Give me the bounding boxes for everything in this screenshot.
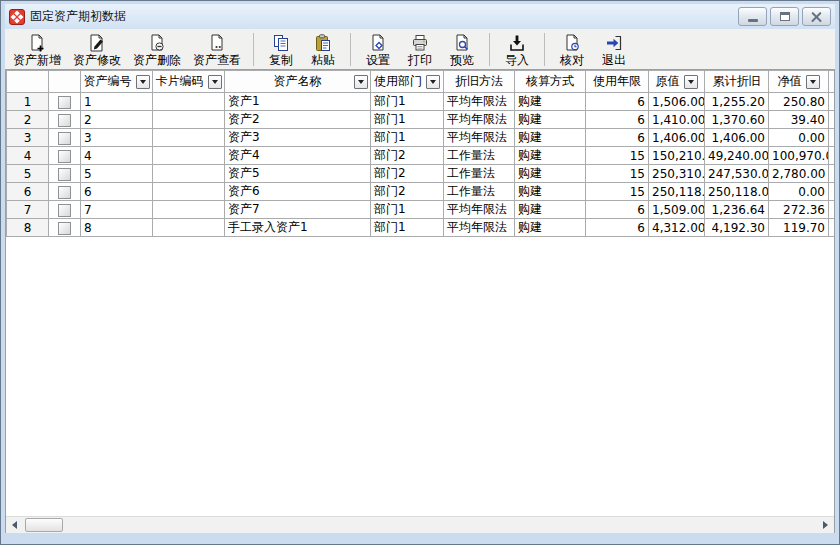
cell-department[interactable]: 部门1: [371, 111, 444, 129]
cell-card-code[interactable]: [153, 111, 225, 129]
column-header-asset-name[interactable]: 资产名称: [225, 71, 371, 93]
row-number[interactable]: 4: [7, 147, 49, 165]
row-number[interactable]: 5: [7, 165, 49, 183]
cell-card-code[interactable]: [153, 129, 225, 147]
verify-button[interactable]: 核对: [551, 30, 593, 69]
cell-depreciation-method[interactable]: 平均年限法: [444, 129, 515, 147]
copy-button[interactable]: 复制: [260, 30, 302, 69]
cell-asset-code[interactable]: 5: [81, 165, 153, 183]
cell-useful-life[interactable]: 15: [586, 183, 649, 201]
cell-depreciation-method[interactable]: 平均年限法: [444, 93, 515, 111]
cell-asset-name[interactable]: 资产4: [225, 147, 371, 165]
cell-net-value[interactable]: 119.70: [769, 219, 829, 237]
cell-department[interactable]: 部门2: [371, 165, 444, 183]
close-button[interactable]: [802, 7, 831, 26]
cell-department[interactable]: 部门1: [371, 219, 444, 237]
cell-accounting-method[interactable]: 购建: [515, 165, 586, 183]
column-header-useful-life[interactable]: 使用年限: [586, 71, 649, 93]
cell-accumulated-depreciation[interactable]: 1,236.64: [705, 201, 769, 219]
cell-useful-life[interactable]: 6: [586, 201, 649, 219]
cell-accounting-method[interactable]: 购建: [515, 201, 586, 219]
cell-card-code[interactable]: [153, 165, 225, 183]
minimize-button[interactable]: [738, 7, 767, 26]
cell-useful-life[interactable]: 6: [586, 93, 649, 111]
column-header-depreciation-method[interactable]: 折旧方法: [444, 71, 515, 93]
row-checkbox[interactable]: [58, 168, 71, 181]
cell-accounting-method[interactable]: 购建: [515, 147, 586, 165]
column-header-accumulated-depreciation[interactable]: 累计折旧: [705, 71, 769, 93]
filter-dropdown-icon[interactable]: [684, 75, 698, 89]
filter-dropdown-icon[interactable]: [806, 75, 820, 89]
cell-depreciation-method[interactable]: 平均年限法: [444, 111, 515, 129]
cell-card-code[interactable]: [153, 201, 225, 219]
column-header-net-value[interactable]: 净值: [769, 71, 829, 93]
cell-accounting-method[interactable]: 购建: [515, 93, 586, 111]
cell-accounting-method[interactable]: 购建: [515, 129, 586, 147]
row-number[interactable]: 7: [7, 201, 49, 219]
cell-card-code[interactable]: [153, 93, 225, 111]
settings-button[interactable]: 设置: [357, 30, 399, 69]
row-checkbox[interactable]: [58, 222, 71, 235]
cell-depreciation-method[interactable]: 平均年限法: [444, 201, 515, 219]
cell-useful-life[interactable]: 15: [586, 165, 649, 183]
cell-asset-code[interactable]: 7: [81, 201, 153, 219]
cell-net-value[interactable]: 100,970.00: [769, 147, 829, 165]
cell-net-value[interactable]: 2,780.00: [769, 165, 829, 183]
cell-useful-life[interactable]: 6: [586, 129, 649, 147]
row-number[interactable]: 8: [7, 219, 49, 237]
cell-useful-life[interactable]: 6: [586, 111, 649, 129]
cell-asset-code[interactable]: 3: [81, 129, 153, 147]
cell-asset-name[interactable]: 手工录入资产1: [225, 219, 371, 237]
cell-accumulated-depreciation[interactable]: 1,370.60: [705, 111, 769, 129]
row-checkbox[interactable]: [58, 204, 71, 217]
cell-depreciation-method[interactable]: 工作量法: [444, 147, 515, 165]
cell-original-value[interactable]: 1,410.00: [649, 111, 705, 129]
row-number[interactable]: 2: [7, 111, 49, 129]
cell-original-value[interactable]: 1,509.00: [649, 201, 705, 219]
cell-accumulated-depreciation[interactable]: 4,192.30: [705, 219, 769, 237]
cell-original-value[interactable]: 4,312.00: [649, 219, 705, 237]
scroll-right-button[interactable]: [817, 517, 834, 533]
restore-button[interactable]: [770, 7, 799, 26]
cell-asset-name[interactable]: 资产7: [225, 201, 371, 219]
row-checkbox[interactable]: [58, 132, 71, 145]
cell-asset-name[interactable]: 资产5: [225, 165, 371, 183]
cell-net-value[interactable]: 0.00: [769, 183, 829, 201]
cell-net-value[interactable]: 250.80: [769, 93, 829, 111]
filter-dropdown-icon[interactable]: [354, 75, 368, 89]
cell-depreciation-method[interactable]: 平均年限法: [444, 219, 515, 237]
exit-button[interactable]: 退出: [593, 30, 635, 69]
cell-card-code[interactable]: [153, 147, 225, 165]
row-checkbox[interactable]: [58, 114, 71, 127]
cell-accumulated-depreciation[interactable]: 1,255.20: [705, 93, 769, 111]
cell-accumulated-depreciation[interactable]: 250,118.00: [705, 183, 769, 201]
cell-accumulated-depreciation[interactable]: 247,530.00: [705, 165, 769, 183]
cell-accounting-method[interactable]: 购建: [515, 111, 586, 129]
scrollbar-thumb[interactable]: [25, 518, 63, 532]
scroll-left-button[interactable]: [6, 517, 23, 533]
cell-depreciation-method[interactable]: 工作量法: [444, 183, 515, 201]
horizontal-scrollbar[interactable]: [6, 516, 834, 533]
cell-department[interactable]: 部门1: [371, 201, 444, 219]
asset-edit-button[interactable]: 资产修改: [67, 30, 127, 69]
cell-accumulated-depreciation[interactable]: 1,406.00: [705, 129, 769, 147]
cell-department[interactable]: 部门1: [371, 129, 444, 147]
import-button[interactable]: 导入: [496, 30, 538, 69]
column-header-accounting-method[interactable]: 核算方式: [515, 71, 586, 93]
row-checkbox[interactable]: [58, 150, 71, 163]
cell-asset-code[interactable]: 4: [81, 147, 153, 165]
cell-department[interactable]: 部门1: [371, 93, 444, 111]
filter-dropdown-icon[interactable]: [208, 75, 222, 89]
asset-add-button[interactable]: 资产新增: [7, 30, 67, 69]
paste-button[interactable]: 粘贴: [302, 30, 344, 69]
cell-asset-name[interactable]: 资产2: [225, 111, 371, 129]
cell-asset-name[interactable]: 资产6: [225, 183, 371, 201]
column-header-department[interactable]: 使用部门: [371, 71, 444, 93]
asset-delete-button[interactable]: 资产删除: [127, 30, 187, 69]
cell-asset-name[interactable]: 资产1: [225, 93, 371, 111]
row-number[interactable]: 6: [7, 183, 49, 201]
preview-button[interactable]: 预览: [441, 30, 483, 69]
cell-accounting-method[interactable]: 购建: [515, 219, 586, 237]
cell-asset-name[interactable]: 资产3: [225, 129, 371, 147]
cell-net-value[interactable]: 272.36: [769, 201, 829, 219]
